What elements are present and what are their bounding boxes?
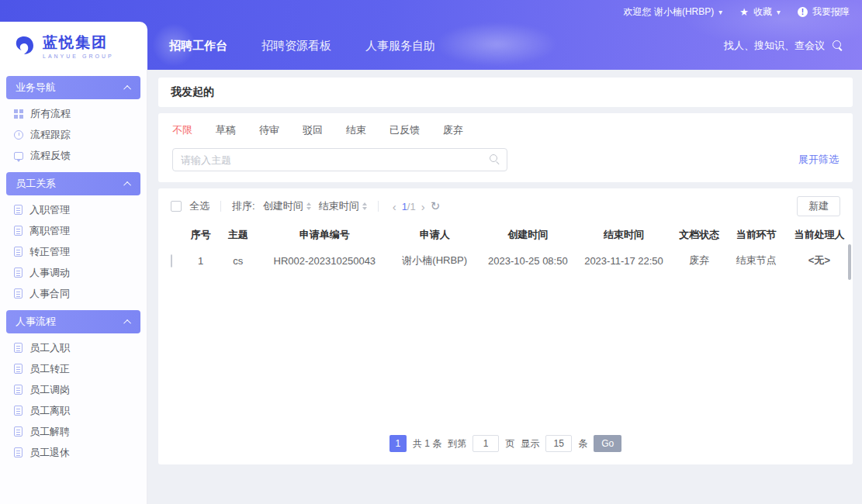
sidebar-item-label: 人事合同 (29, 287, 70, 301)
sidebar-item-label: 员工离职 (29, 404, 70, 418)
sidebar-item-employee-probation[interactable]: 员工转正 (0, 358, 147, 379)
favorite-link[interactable]: 收藏 (753, 5, 772, 19)
filter-tab-unlimited[interactable]: 不限 (172, 123, 192, 137)
sort-label: 排序: (232, 199, 255, 213)
welcome-text[interactable]: 欢迎您 谢小楠(HRBP) (624, 5, 715, 19)
process-list-card: 全选 排序: 创建时间 结束时间 ‹ 1/1 › ↻ 新建 (158, 188, 853, 464)
sidebar-item-employee-retirement[interactable]: 员工退休 (0, 442, 147, 463)
chevron-down-icon: ▾ (777, 8, 781, 16)
sidebar-group-employee-relations[interactable]: 员工关系 (6, 172, 140, 195)
sidebar-item-all-processes[interactable]: 所有流程 (0, 103, 147, 124)
sidebar-item-hr-transfer[interactable]: 人事调动 (0, 262, 147, 283)
filter-tab-feedbacked[interactable]: 已反馈 (389, 123, 420, 137)
refresh-icon[interactable]: ↻ (431, 199, 441, 213)
sidebar-group-hr-process[interactable]: 人事流程 (6, 310, 140, 333)
cell-request-no: HR002-202310250043 (260, 247, 389, 274)
chevron-down-icon: ▾ (718, 8, 722, 16)
subject-search-input[interactable] (172, 148, 507, 171)
search-icon[interactable] (490, 154, 500, 165)
document-icon (14, 268, 23, 278)
pagination-size-unit: 条 (578, 437, 587, 450)
sidebar-item-employee-transfer[interactable]: 员工调岗 (0, 379, 147, 400)
page-title-card: 我发起的 (158, 78, 853, 107)
logo-icon (12, 34, 36, 57)
list-toolbar: 全选 排序: 创建时间 结束时间 ‹ 1/1 › ↻ 新建 (158, 188, 853, 223)
go-button[interactable]: Go (594, 435, 621, 452)
sort-by-end-time[interactable]: 结束时间 (319, 199, 367, 213)
col-request-no: 申请单编号 (260, 223, 389, 247)
nav-tab-recruit-workbench[interactable]: 招聘工作台 (168, 36, 229, 57)
global-search-text: 找人、搜知识、查会议 (724, 39, 825, 53)
sidebar-item-label: 流程反馈 (30, 149, 71, 163)
sidebar-item-hr-contract[interactable]: 人事合同 (0, 283, 147, 304)
cell-seq: 1 (185, 247, 216, 274)
prev-page-icon[interactable]: ‹ (393, 200, 396, 213)
global-search[interactable]: 找人、搜知识、查会议 (724, 39, 843, 53)
nav-tab-recruit-dashboard[interactable]: 招聘资源看板 (260, 36, 333, 57)
filter-tab-discarded[interactable]: 废弃 (443, 123, 463, 137)
select-all-checkbox[interactable] (171, 201, 182, 212)
filter-tab-finished[interactable]: 结束 (346, 123, 366, 137)
sort-field-label: 创建时间 (263, 199, 303, 213)
cell-current-step: 结束节点 (727, 247, 786, 274)
document-icon (14, 447, 23, 457)
filter-tab-draft[interactable]: 草稿 (216, 123, 236, 137)
logo-text: 蓝悦集团 LANYUE GROUP (43, 33, 114, 59)
divider (220, 201, 221, 212)
sidebar-group-business-nav[interactable]: 业务导航 (6, 76, 140, 99)
sidebar-item-label: 所有流程 (30, 107, 71, 121)
filter-tab-pending[interactable]: 待审 (259, 123, 279, 137)
document-icon (14, 247, 23, 257)
logo-panel: 蓝悦集团 LANYUE GROUP (0, 22, 147, 70)
page-size-input[interactable] (545, 435, 572, 452)
new-button[interactable]: 新建 (797, 196, 840, 216)
sidebar-item-employee-resignation[interactable]: 员工离职 (0, 400, 147, 421)
col-create-time: 创建时间 (480, 223, 576, 247)
sidebar-item-employee-dismissal[interactable]: 员工解聘 (0, 421, 147, 442)
chat-icon (14, 152, 23, 160)
pagination: 1 共 1 条 到第 页 显示 条 Go (158, 435, 853, 464)
sidebar-item-onboarding-mgmt[interactable]: 入职管理 (0, 199, 147, 220)
current-page: 1 (402, 201, 407, 212)
expand-filter-link[interactable]: 展开筛选 (798, 153, 839, 167)
nav-tab-hr-self-service[interactable]: 人事服务自助 (364, 36, 437, 57)
col-subject: 主题 (216, 223, 260, 247)
chevron-up-icon (123, 319, 131, 326)
sidebar-item-probation-mgmt[interactable]: 转正管理 (0, 241, 147, 262)
filter-tab-rejected[interactable]: 驳回 (303, 123, 323, 137)
search-icon[interactable] (833, 40, 843, 51)
col-seq: 序号 (185, 223, 216, 247)
page-jump-input[interactable] (473, 435, 499, 452)
col-end-time: 结束时间 (576, 223, 672, 247)
status-filter-tabs: 不限 草稿 待审 驳回 结束 已反馈 废弃 (158, 113, 853, 146)
total-pages: 1 (410, 201, 415, 212)
sidebar-item-resignation-mgmt[interactable]: 离职管理 (0, 220, 147, 241)
cell-doc-status: 废弃 (672, 247, 727, 274)
col-current-handler: 当前处理人 (786, 223, 853, 247)
sort-caret-icon (306, 202, 311, 210)
row-checkbox[interactable] (171, 254, 172, 268)
star-icon: ★ (739, 6, 749, 18)
cell-applicant: 谢小楠(HRBP) (389, 247, 480, 274)
sort-caret-icon (362, 202, 367, 210)
document-icon (14, 205, 23, 215)
sidebar-item-employee-onboarding[interactable]: 员工入职 (0, 337, 147, 358)
scrollbar-thumb[interactable] (848, 244, 851, 280)
sort-field-label: 结束时间 (319, 199, 359, 213)
cell-current-handler: <无> (786, 247, 853, 274)
report-issue-link[interactable]: 我要报障 (812, 5, 850, 19)
main-nav: 招聘工作台 招聘资源看板 人事服务自助 (168, 36, 437, 57)
sidebar-group-title: 员工关系 (16, 177, 56, 191)
grid-icon (14, 109, 23, 119)
next-page-icon[interactable]: › (421, 200, 425, 213)
cell-create-time: 2023-10-25 08:50 (480, 247, 576, 274)
col-doc-status: 文档状态 (672, 223, 727, 247)
table-row[interactable]: 1 cs HR002-202310250043 谢小楠(HRBP) 2023-1… (158, 247, 853, 274)
page-title: 我发起的 (171, 85, 214, 99)
sidebar-group-title: 人事流程 (16, 315, 56, 329)
sort-by-create-time[interactable]: 创建时间 (263, 199, 311, 213)
pagination-page-unit: 页 (505, 437, 514, 450)
sidebar-item-process-tracking[interactable]: 流程跟踪 (0, 124, 147, 145)
sidebar-item-process-feedback[interactable]: 流程反馈 (0, 145, 147, 166)
page-number-button[interactable]: 1 (389, 435, 407, 452)
